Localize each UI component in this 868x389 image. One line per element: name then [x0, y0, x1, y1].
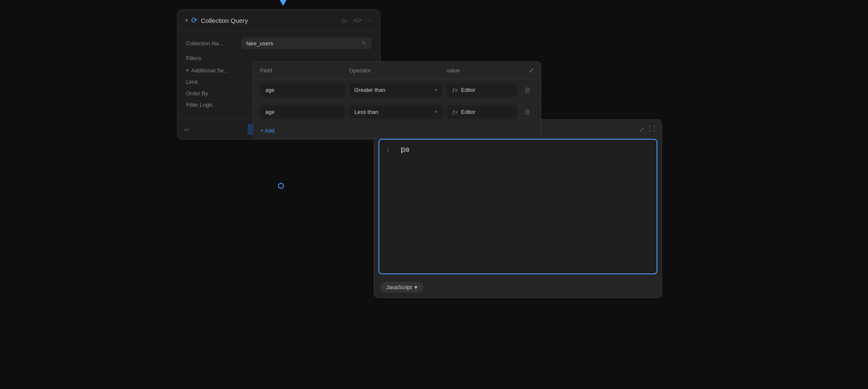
editor-panel: (x) Variables ▾ ⤢ ⛶ 1 30 JavaScript ▾ — [374, 119, 662, 298]
card-header: ▾ ⟳ Collection Query ▷ </> ··· — [178, 10, 380, 31]
play-button[interactable]: ▷ — [342, 17, 347, 24]
value-column-header: value — [447, 67, 517, 74]
fx-icon-2: ƒx — [452, 109, 458, 115]
filter-operator-2-value: Less than — [354, 109, 378, 115]
editor-bottom: JavaScript ▾ — [374, 279, 662, 298]
filter-value-1-label: Editor — [461, 87, 476, 93]
filter-field-1-value: age — [265, 87, 275, 93]
filter-field-1[interactable]: age — [260, 83, 345, 97]
collection-name-value: fake_users — [246, 40, 358, 47]
more-button[interactable]: ··· — [367, 17, 373, 24]
field-column-header: Field — [260, 67, 345, 74]
operator-column-header: Operator — [349, 67, 442, 74]
filter-operator-2[interactable]: Less than ▾ — [349, 105, 442, 119]
back-icon[interactable]: ↩ — [184, 126, 189, 133]
card-title: Collection Query — [201, 17, 339, 24]
expand-icon[interactable]: ⤢ — [521, 67, 534, 74]
editor-fullscreen-icon[interactable]: ⛶ — [649, 125, 656, 133]
filter-field-2-value: age — [265, 109, 275, 115]
language-chevron: ▾ — [415, 284, 417, 290]
filter-value-2-label: Editor — [461, 109, 476, 115]
editor-line-1: 1 30 — [386, 146, 650, 153]
filter-footer: + Add — [253, 123, 541, 138]
code-button[interactable]: </> — [353, 17, 362, 24]
top-arrow — [280, 0, 287, 6]
delete-filter-2[interactable]: 🗑 — [521, 108, 534, 116]
edit-icon[interactable]: ✎ — [362, 40, 367, 47]
line-number-1: 1 — [386, 146, 395, 153]
card-collapse-icon[interactable]: ▾ — [185, 17, 188, 23]
language-label: JavaScript — [386, 284, 412, 290]
filter-value-1[interactable]: ƒx Editor — [447, 83, 517, 97]
fx-icon-1: ƒx — [452, 87, 458, 93]
filter-operator-2-chevron: ▾ — [435, 109, 437, 115]
line-content-1: 30 — [401, 146, 409, 153]
collection-name-input[interactable]: fake_users ✎ — [241, 37, 372, 49]
filter-operator-1-chevron: ▾ — [435, 87, 437, 93]
additional-chevron-icon[interactable]: ▾ — [186, 68, 189, 73]
filter-table-header: Field Operator value ⤢ — [253, 62, 541, 79]
language-selector[interactable]: JavaScript ▾ — [380, 282, 423, 292]
collection-name-label: Collection Na... — [186, 40, 237, 47]
card-type-icon: ⟳ — [191, 16, 198, 25]
filter-value-2[interactable]: ƒx Editor — [447, 105, 517, 119]
connection-dot — [278, 183, 284, 189]
filters-label: Filters — [186, 55, 237, 61]
filter-operator-1[interactable]: Greater than ▾ — [349, 83, 442, 97]
filter-row-1: age Greater than ▾ ƒx Editor 🗑 — [253, 79, 541, 101]
editor-expand-icon[interactable]: ⤢ — [639, 125, 645, 133]
additional-settings-label: Additional Se... — [191, 67, 228, 74]
editor-content[interactable]: 1 30 — [378, 139, 657, 274]
collection-name-row: Collection Na... fake_users ✎ — [186, 37, 372, 49]
filter-row-2: age Less than ▾ ƒx Editor 🗑 — [253, 101, 541, 123]
filter-panel: Field Operator value ⤢ age Greater than … — [253, 61, 541, 138]
editor-actions: ⤢ ⛶ — [639, 125, 656, 133]
filter-field-2[interactable]: age — [260, 105, 345, 119]
add-filter-button[interactable]: + Add — [260, 127, 275, 134]
filter-operator-1-value: Greater than — [354, 87, 385, 93]
delete-filter-1[interactable]: 🗑 — [521, 86, 534, 94]
card-actions: ▷ </> ··· — [342, 17, 373, 24]
filters-row: Filters — [186, 55, 372, 61]
